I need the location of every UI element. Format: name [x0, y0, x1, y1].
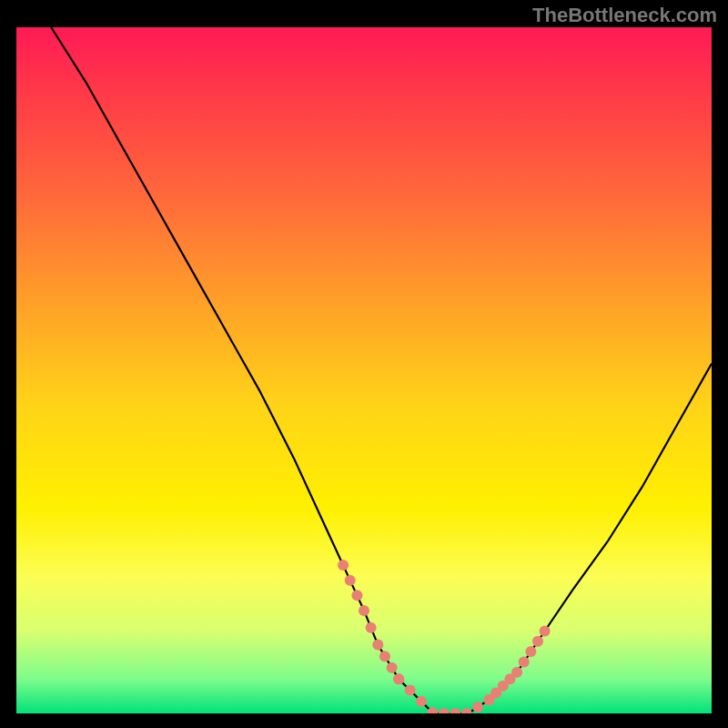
- marker-dot: [439, 708, 450, 713]
- marker-dot: [387, 662, 398, 673]
- marker-dot: [532, 636, 543, 647]
- marker-dot: [525, 646, 536, 657]
- marker-dot: [338, 560, 349, 571]
- bottleneck-curve-path: [51, 27, 712, 713]
- marker-dot: [416, 696, 427, 707]
- marker-dots: [338, 560, 550, 713]
- marker-dot: [405, 685, 416, 696]
- attribution-label: TheBottleneck.com: [532, 4, 717, 27]
- chart-frame: TheBottleneck.com: [0, 0, 728, 728]
- marker-dot: [484, 694, 495, 705]
- marker-dot: [345, 575, 356, 586]
- marker-dot: [359, 605, 369, 616]
- marker-dot: [372, 640, 383, 651]
- marker-dot: [540, 626, 551, 637]
- curve-svg: [16, 27, 712, 713]
- marker-dot: [472, 702, 483, 713]
- marker-dot: [379, 651, 390, 662]
- plot-area: [16, 27, 712, 713]
- marker-dot: [450, 708, 460, 713]
- marker-dot: [511, 667, 522, 678]
- marker-dot: [461, 708, 472, 713]
- marker-dot: [393, 673, 404, 684]
- marker-dot: [519, 657, 530, 668]
- marker-dot: [351, 590, 362, 601]
- marker-dot: [366, 622, 377, 633]
